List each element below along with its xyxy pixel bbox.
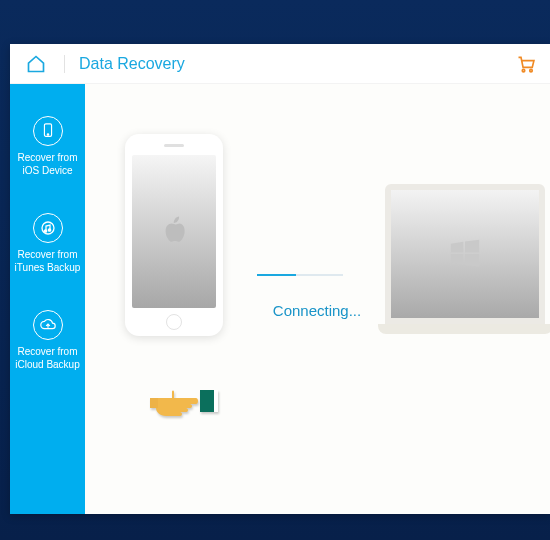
svg-point-5 xyxy=(44,230,46,232)
main-panel: Connecting... xyxy=(85,84,550,514)
page-title: Data Recovery xyxy=(79,55,185,73)
svg-point-0 xyxy=(522,69,525,72)
windows-icon xyxy=(446,235,484,273)
cart-icon xyxy=(516,54,536,74)
svg-point-1 xyxy=(530,69,533,72)
home-button[interactable] xyxy=(22,50,50,78)
sidebar-item-label: Recover from iOS Device xyxy=(17,152,77,177)
svg-point-3 xyxy=(47,134,48,135)
divider xyxy=(64,55,65,73)
laptop-illustration xyxy=(380,184,550,339)
app-window: Data Recovery Recover from iOS Device xyxy=(10,44,550,514)
cloud-icon xyxy=(33,310,63,340)
sidebar-item-label: Recover from iCloud Backup xyxy=(15,346,79,371)
sidebar-item-icloud-backup[interactable]: Recover from iCloud Backup xyxy=(10,310,85,371)
pointing-hand-icon xyxy=(146,384,218,418)
apple-icon xyxy=(160,215,188,249)
status-text: Connecting... xyxy=(257,302,377,319)
sidebar-item-label: Recover from iTunes Backup xyxy=(15,249,81,274)
sidebar: Recover from iOS Device Recover from iTu… xyxy=(10,84,85,514)
sidebar-item-ios-device[interactable]: Recover from iOS Device xyxy=(10,116,85,177)
svg-point-4 xyxy=(42,222,54,234)
progress-bar xyxy=(257,274,343,276)
cart-button[interactable] xyxy=(514,52,538,76)
svg-point-6 xyxy=(48,229,50,231)
sidebar-item-itunes-backup[interactable]: Recover from iTunes Backup xyxy=(10,213,85,274)
home-icon xyxy=(26,54,46,74)
device-icon xyxy=(33,116,63,146)
body: Recover from iOS Device Recover from iTu… xyxy=(10,84,550,514)
itunes-icon xyxy=(33,213,63,243)
iphone-illustration xyxy=(125,134,223,336)
titlebar: Data Recovery xyxy=(10,44,550,84)
